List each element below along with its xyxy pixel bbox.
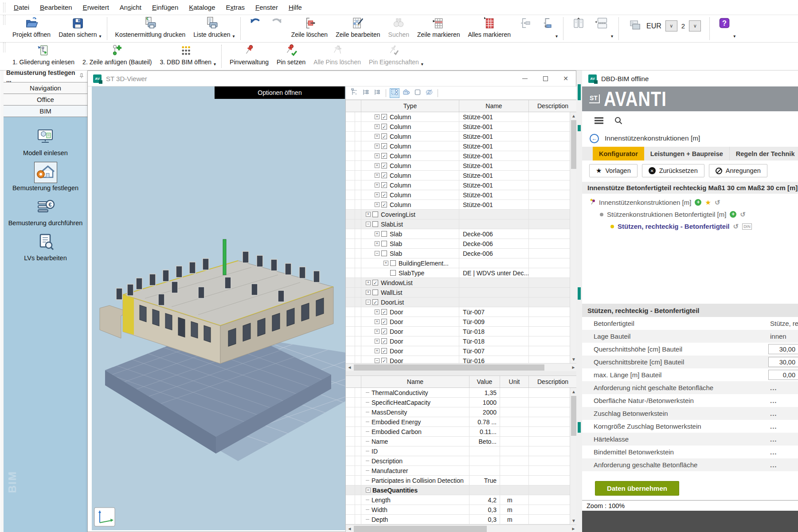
- bim-prop-input[interactable]: 30,00: [768, 357, 798, 367]
- tree-row[interactable]: +✓DoorTür-009: [346, 317, 570, 327]
- bim-prop-input[interactable]: 30,00: [768, 344, 798, 354]
- tab-regeln-der-technik[interactable]: Regeln der Technik: [730, 147, 798, 160]
- expand-toggle[interactable]: +: [375, 144, 379, 149]
- property-row[interactable]: ID: [346, 446, 570, 456]
- favorite-icon[interactable]: ★: [705, 199, 711, 207]
- search-icon[interactable]: [614, 116, 623, 126]
- row-checkbox[interactable]: ✓: [381, 114, 387, 120]
- 2-zeile-anfugen-bauteil-button[interactable]: 2. Zeile anfügen (Bauteil): [78, 43, 156, 67]
- scroll-left-icon[interactable]: ◄: [346, 364, 353, 371]
- add-icon[interactable]: +: [730, 211, 736, 218]
- property-row[interactable]: Embodied Carbon0.11...: [346, 427, 570, 437]
- history-icon[interactable]: ↺: [740, 211, 746, 219]
- item-button[interactable]: [266, 15, 287, 32]
- expand-toggle[interactable]: +: [375, 241, 379, 246]
- column-header-name[interactable]: Name: [459, 100, 528, 112]
- 1-gliederung-einlesen-button[interactable]: 1. Gliederung einlesen: [8, 43, 78, 67]
- row-checkbox[interactable]: [381, 241, 387, 246]
- expand-toggle[interactable]: +: [375, 231, 379, 236]
- sidebar-tab-navigation[interactable]: Navigation: [4, 82, 87, 94]
- sidebar-item-modell-einlesen[interactable]: Modell einlesen: [23, 127, 68, 156]
- bim-prop-more-button[interactable]: ...: [770, 422, 777, 430]
- row-checkbox[interactable]: ✓: [381, 309, 387, 315]
- row-checkbox[interactable]: ✓: [381, 202, 387, 207]
- tree-row[interactable]: −✓DoorList: [346, 297, 570, 307]
- tree-row[interactable]: +✓DoorTür-007: [346, 346, 570, 356]
- menu-datei[interactable]: Datei: [8, 1, 35, 14]
- tree-row[interactable]: −SlabDecke-006: [346, 249, 570, 258]
- expand-toggle[interactable]: +: [375, 173, 379, 178]
- row-checkbox[interactable]: [390, 260, 396, 266]
- item-button[interactable]: [536, 15, 557, 32]
- alles-markieren-button[interactable]: Alles markieren: [464, 15, 515, 39]
- property-row[interactable]: Participates in Collision DetectionTrue: [346, 476, 570, 485]
- expand-toggle[interactable]: −: [375, 251, 379, 256]
- decimals-select[interactable]: ∨: [689, 20, 701, 31]
- bim-prop-input[interactable]: 0,00: [768, 370, 798, 380]
- tab-konfigurator[interactable]: Konfigurator: [593, 147, 644, 160]
- sidebar-tab-bim[interactable]: BIM: [4, 106, 87, 117]
- property-row[interactable]: Depth0,3m: [346, 515, 570, 524]
- tree-row[interactable]: +✓ColumnStütze-001: [346, 161, 570, 171]
- row-checkbox[interactable]: ✓: [381, 153, 387, 159]
- tree-row[interactable]: +✓ColumnStütze-001: [346, 171, 570, 180]
- hamburger-menu-icon[interactable]: [594, 117, 604, 126]
- pinverwaltung-button[interactable]: Pinverwaltung: [226, 43, 273, 67]
- select-puzzle-button[interactable]: [401, 88, 411, 98]
- add-icon[interactable]: +: [695, 199, 701, 206]
- tree-row[interactable]: +✓ColumnStütze-001: [346, 180, 570, 190]
- tree-row[interactable]: +SlabDecke-006: [346, 229, 570, 239]
- dropdown-arrow-icon[interactable]: ▾: [611, 34, 613, 39]
- dropdown-arrow-icon[interactable]: ▾: [733, 34, 735, 39]
- expand-toggle[interactable]: +: [375, 114, 379, 119]
- column-header-type[interactable]: Type: [361, 100, 459, 112]
- row-checkbox[interactable]: ✓: [381, 192, 387, 198]
- back-icon[interactable]: ←: [590, 134, 599, 143]
- expand-toggle[interactable]: −: [366, 488, 371, 493]
- menu-extras[interactable]: Extras: [220, 1, 250, 14]
- row-checkbox[interactable]: ✓: [381, 358, 387, 363]
- column-header-description[interactable]: Description: [528, 376, 577, 387]
- expand-toggle[interactable]: +: [375, 329, 379, 334]
- select-venn-button[interactable]: [424, 88, 434, 98]
- row-checkbox[interactable]: [372, 289, 378, 295]
- pin-setzen-button[interactable]: Pin setzen: [273, 43, 309, 67]
- column-header-description[interactable]: Description: [528, 100, 577, 112]
- expand-toggle[interactable]: +: [375, 183, 379, 188]
- menu-hilfe[interactable]: Hilfe: [283, 1, 307, 14]
- expand-toggle[interactable]: +: [375, 319, 379, 324]
- expand-toggle[interactable]: +: [366, 280, 371, 285]
- tree-horizontal-scrollbar[interactable]: ◄►: [346, 363, 577, 371]
- item-button[interactable]: [590, 15, 613, 32]
- expand-toggle[interactable]: +: [375, 153, 379, 158]
- properties-horizontal-scrollbar[interactable]: ◄►: [346, 524, 577, 532]
- panel-splitter-bar[interactable]: [576, 70, 582, 532]
- row-checkbox[interactable]: ✓: [381, 319, 387, 325]
- expand-toggle[interactable]: +: [366, 290, 371, 295]
- expand-toggle[interactable]: −: [366, 222, 371, 227]
- menu-einfugen[interactable]: Einfügen: [147, 1, 184, 14]
- row-checkbox[interactable]: ✓: [381, 163, 387, 168]
- tree-expand-button[interactable]: [361, 88, 371, 98]
- tree-row[interactable]: SlabTypeDE | WDVS unter Dec...: [346, 268, 570, 278]
- config-tree-node[interactable]: Stützen, rechteckig - Betonfertigteil↺DI…: [582, 220, 798, 232]
- row-checkbox[interactable]: ✓: [381, 124, 387, 129]
- tree-row[interactable]: +✓WindowList: [346, 278, 570, 288]
- bim-prop-more-button[interactable]: ...: [770, 410, 777, 417]
- tree-row[interactable]: +✓DoorTür-007: [346, 307, 570, 317]
- history-icon[interactable]: ↺: [715, 199, 720, 207]
- dropdown-arrow-icon[interactable]: ▾: [214, 62, 216, 66]
- config-tree-node[interactable]: Stützenkonstruktionen Betonfertigteil [m…: [582, 208, 798, 220]
- vorlagen-button[interactable]: ★Vorlagen: [589, 164, 638, 177]
- property-row[interactable]: NameBeto...: [346, 437, 570, 446]
- row-checkbox[interactable]: ✓: [372, 299, 378, 305]
- tree-row[interactable]: +✓ColumnStütze-001: [346, 151, 570, 161]
- expand-toggle[interactable]: +: [375, 339, 379, 344]
- tree-row[interactable]: +✓DoorTür-018: [346, 327, 570, 336]
- scroll-thumb[interactable]: [354, 526, 487, 532]
- tree-collapse-button[interactable]: [372, 88, 382, 98]
- expand-toggle[interactable]: +: [375, 124, 379, 129]
- bim-prop-more-button[interactable]: ...: [770, 448, 777, 456]
- expand-toggle[interactable]: −: [366, 300, 371, 305]
- tree-row[interactable]: +✓ColumnStütze-001: [346, 141, 570, 151]
